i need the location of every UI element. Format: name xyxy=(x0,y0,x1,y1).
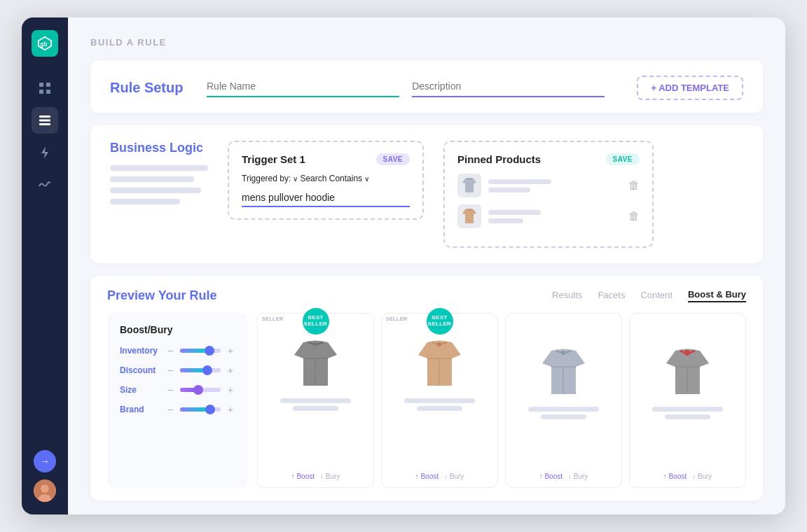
pp-name-line-2 xyxy=(488,210,541,215)
preview-tabs: Results Facets Content Boost & Bury xyxy=(552,289,746,302)
bury-btn-3[interactable]: ↓ Bury xyxy=(568,472,588,480)
bury-btn-2[interactable]: ↓ Bury xyxy=(444,472,464,480)
svg-rect-3 xyxy=(46,83,50,87)
pinned-products-box: Pinned Products SAVE xyxy=(443,141,654,248)
boost-btn-2[interactable]: ↑ Boost xyxy=(415,472,439,480)
bury-btn-4[interactable]: ↓ Bury xyxy=(692,472,712,480)
grid-icon xyxy=(39,82,51,94)
product-name-line-2 xyxy=(404,398,476,403)
sidebar-item-bolt[interactable] xyxy=(32,139,58,166)
description-input[interactable] xyxy=(412,79,605,93)
bl-line-1 xyxy=(110,165,208,171)
tab-content[interactable]: Content xyxy=(640,290,672,302)
pinned-product-img-2 xyxy=(457,204,481,228)
trigger-save-badge[interactable]: SAVE xyxy=(376,153,411,165)
pinned-product-lines-2 xyxy=(488,210,621,223)
slider-minus-brand[interactable]: − xyxy=(166,404,174,415)
bl-line-3 xyxy=(110,188,201,193)
slider-thumb-brand[interactable] xyxy=(205,405,215,414)
slider-plus-discount[interactable]: + xyxy=(226,365,235,376)
trigger-type-select[interactable]: Search Contains xyxy=(300,174,369,183)
product-price-line-2 xyxy=(417,406,462,411)
product-img-2 xyxy=(412,333,468,393)
tab-boost-bury[interactable]: Boost & Bury xyxy=(688,289,746,302)
slider-thumb-size[interactable] xyxy=(193,385,203,395)
slider-row-discount: Discount − + xyxy=(120,365,235,376)
pinned-save-badge[interactable]: SAVE xyxy=(606,153,640,165)
svg-rect-4 xyxy=(39,90,43,94)
business-logic-section: Business Logic Trigger Set 1 SAVE xyxy=(90,125,763,263)
expand-button[interactable]: → xyxy=(34,450,56,472)
triggered-by-label: Triggered by: Search Contains xyxy=(242,174,410,183)
boost-btn-4[interactable]: ↑ Boost xyxy=(663,472,687,480)
product-actions-3: ↑ Boost ↓ Bury xyxy=(539,472,588,480)
slider-track-brand[interactable] xyxy=(180,407,221,412)
pp-price-line-2 xyxy=(488,218,523,223)
pinned-product-img-1 xyxy=(457,174,481,197)
pinned-hoodie-icon-2 xyxy=(460,206,479,226)
product-img-3 xyxy=(536,342,592,401)
sidebar-logo[interactable]: gb xyxy=(32,30,58,57)
hoodie-svg-1 xyxy=(289,335,342,391)
slider-track-discount[interactable] xyxy=(180,368,221,372)
tab-results[interactable]: Results xyxy=(552,290,582,302)
trigger-set-box: Trigger Set 1 SAVE Triggered by: Search … xyxy=(228,141,424,220)
svg-text:gb: gb xyxy=(41,41,48,48)
pinned-products-title: Pinned Products xyxy=(457,153,541,165)
slider-plus-inventory[interactable]: + xyxy=(226,345,235,356)
description-field-wrap xyxy=(412,79,605,97)
rule-setup-section: Rule Setup + ADD TEMPLATE xyxy=(90,60,763,113)
product-actions-2: ↑ Boost ↓ Bury xyxy=(415,472,464,480)
tab-facets[interactable]: Facets xyxy=(598,290,625,302)
product-name-line-4 xyxy=(652,407,724,412)
slider-minus-discount[interactable]: − xyxy=(166,365,174,376)
rule-setup-title: Rule Setup xyxy=(110,80,187,96)
product-card-4: ↑ Boost ↓ Bury xyxy=(629,313,746,488)
best-seller-badge-1: BESTSELLER xyxy=(303,308,329,335)
slider-thumb-discount[interactable] xyxy=(202,365,212,375)
pp-price-line-1 xyxy=(488,188,530,192)
svg-rect-2 xyxy=(39,83,43,87)
rule-name-input[interactable] xyxy=(207,79,399,93)
boost-bury-panel: Boost/Bury Inventory − + xyxy=(107,313,247,488)
avatar[interactable] xyxy=(34,479,56,502)
svg-rect-8 xyxy=(39,123,50,125)
svg-point-13 xyxy=(313,342,317,346)
slider-track-size[interactable] xyxy=(180,388,221,392)
svg-marker-9 xyxy=(41,146,48,159)
pinned-delete-2[interactable]: 🗑 xyxy=(628,210,640,223)
slider-minus-size[interactable]: − xyxy=(166,384,174,396)
pinned-delete-1[interactable]: 🗑 xyxy=(628,179,640,192)
slider-plus-brand[interactable]: + xyxy=(226,404,235,415)
hoodie-svg-3 xyxy=(537,344,590,400)
sidebar-item-analytics[interactable] xyxy=(32,172,58,198)
slider-track-inventory[interactable] xyxy=(180,349,221,353)
bl-title-col: Business Logic xyxy=(110,141,208,204)
bury-btn-1[interactable]: ↓ Bury xyxy=(320,472,340,480)
slider-label-inventory: Inventory xyxy=(120,346,160,356)
slider-thumb-inventory[interactable] xyxy=(205,346,214,356)
bl-line-4 xyxy=(110,199,180,204)
boost-btn-3[interactable]: ↑ Boost xyxy=(539,472,563,480)
product-actions-1: ↑ Boost ↓ Bury xyxy=(291,472,340,480)
trigger-value-input[interactable] xyxy=(242,189,410,207)
slider-minus-inventory[interactable]: − xyxy=(166,345,174,356)
sidebar-item-grid[interactable] xyxy=(32,75,58,102)
sidebar-item-rules[interactable] xyxy=(32,107,58,134)
slider-plus-size[interactable]: + xyxy=(226,384,235,396)
slider-label-discount: Discount xyxy=(120,365,160,375)
bl-line-2 xyxy=(110,176,194,182)
slider-label-size: Size xyxy=(120,385,160,395)
hoodie-svg-2 xyxy=(413,335,466,391)
slider-row-inventory: Inventory − + xyxy=(120,345,235,356)
product-img-1 xyxy=(288,333,344,393)
add-template-button[interactable]: + ADD TEMPLATE xyxy=(637,76,743,100)
pinned-item-2: 🗑 xyxy=(457,204,640,228)
svg-point-11 xyxy=(41,484,49,493)
analytics-icon xyxy=(39,181,51,189)
bolt-icon xyxy=(40,146,50,159)
pinned-hoodie-icon-1 xyxy=(460,176,479,195)
product-card-1: BESTSELLER SELLER xyxy=(257,313,374,488)
boost-btn-1[interactable]: ↑ Boost xyxy=(291,472,315,480)
preview-title: Preview Your Rule xyxy=(107,288,216,303)
